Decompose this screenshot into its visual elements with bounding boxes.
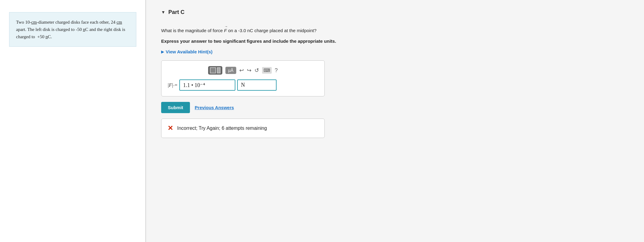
problem-text: Two 10-cm-diameter charged disks face ea…: [16, 20, 125, 39]
bottom-row: Submit Previous Answers: [161, 102, 629, 113]
question-part1: What is the magnitude of force: [161, 28, 224, 33]
matrix-half-icon: [217, 67, 221, 73]
question-part2: on a -3.0 nC charge placed at the midpoi…: [227, 28, 317, 33]
error-icon: ✕: [168, 124, 173, 132]
toolbar: µÅ ↩ ↪ ↺ ⌨ ?: [168, 66, 318, 75]
hint-label: View Available Hint(s): [166, 49, 213, 54]
answer-box: µÅ ↩ ↪ ↺ ⌨ ? |F→| =: [161, 60, 325, 96]
unit-input[interactable]: [237, 79, 277, 91]
submit-button[interactable]: Submit: [161, 102, 190, 113]
force-vector: →F: [224, 25, 227, 34]
part-header: ▼ Part C: [161, 9, 629, 15]
eq-label: |F→| =: [168, 82, 178, 88]
text-format-button[interactable]: µÅ: [225, 67, 236, 74]
keyboard-icon[interactable]: ⌨: [262, 67, 272, 74]
matrix-tool-group[interactable]: [208, 66, 222, 75]
emphasis-text: Express your answer to two significant f…: [161, 39, 629, 44]
previous-answers-link[interactable]: Previous Answers: [195, 105, 234, 110]
undo-icon[interactable]: ↩: [239, 67, 244, 74]
hint-link[interactable]: ▶ View Available Hint(s): [161, 49, 629, 54]
part-title: Part C: [168, 9, 184, 15]
equation-row: |F→| =: [168, 79, 318, 91]
value-input[interactable]: [179, 79, 235, 91]
question-text: What is the magnitude of force →F on a -…: [161, 25, 629, 34]
collapse-icon[interactable]: ▼: [161, 10, 165, 15]
left-panel: Two 10-cm-diameter charged disks face ea…: [0, 0, 145, 242]
hint-arrow-icon: ▶: [161, 50, 164, 54]
feedback-text: Incorrect; Try Again; 6 attempts remaini…: [177, 126, 267, 131]
matrix-icon: [210, 67, 216, 73]
refresh-icon[interactable]: ↺: [254, 67, 259, 74]
problem-description: Two 10-cm-diameter charged disks face ea…: [9, 12, 136, 47]
right-panel: ▼ Part C What is the magnitude of force …: [146, 0, 644, 242]
help-icon[interactable]: ?: [275, 67, 278, 74]
feedback-box: ✕ Incorrect; Try Again; 6 attempts remai…: [161, 119, 325, 138]
redo-icon[interactable]: ↪: [247, 67, 251, 74]
